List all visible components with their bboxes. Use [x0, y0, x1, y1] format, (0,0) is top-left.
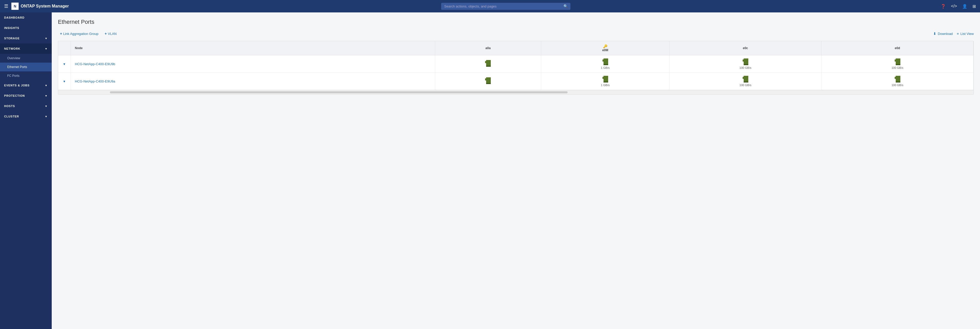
port-icon: 1 GB/s: [601, 59, 610, 69]
svg-rect-3: [603, 59, 608, 64]
chevron-down-icon: ▼: [45, 105, 48, 108]
scrollbar-area[interactable]: [58, 90, 974, 94]
port-icon: 100 GB/s: [892, 76, 904, 87]
expand-cell-2[interactable]: ▼: [58, 73, 71, 90]
port-e0m-1: 1 GB/s: [541, 56, 670, 73]
collapse-icon[interactable]: ▼: [63, 79, 66, 83]
port-square-icon: [743, 59, 748, 65]
node-cell-1: HCG-NetApp-C400-E9U9b: [71, 56, 435, 73]
toolbar: + Link Aggregation Group + VLAN ⬇ Downlo…: [58, 30, 974, 37]
svg-rect-4: [603, 59, 603, 62]
top-nav: ☰ N ONTAP System Manager 🔍 ❓ </> 👤 ⊞: [0, 0, 980, 13]
chevron-down-icon: ▼: [45, 115, 48, 118]
port-square-icon: [485, 77, 491, 84]
svg-rect-5: [603, 64, 608, 65]
sidebar-item-network[interactable]: NETWORK ▼: [0, 43, 52, 54]
svg-rect-21: [896, 76, 900, 81]
port-icon: 1 GB/s: [601, 76, 610, 87]
ethernet-ports-table: Node a0a 🔑 e0M e0c e0d: [58, 41, 974, 95]
sidebar-item-cluster[interactable]: CLUSTER ▼: [0, 111, 52, 122]
sidebar-item-ethernet-ports[interactable]: Ethernet Ports: [0, 63, 52, 72]
svg-rect-13: [485, 78, 486, 80]
chevron-down-icon: ▼: [45, 37, 48, 40]
sidebar-item-protection[interactable]: PROTECTION ▼: [0, 91, 52, 101]
th-expand: [58, 41, 71, 56]
code-icon[interactable]: </>: [951, 4, 957, 8]
menu-icon[interactable]: ☰: [4, 3, 8, 9]
chevron-down-icon: ▼: [45, 47, 48, 50]
port-square-icon: [743, 76, 748, 83]
svg-rect-11: [896, 64, 900, 65]
sidebar-item-insights[interactable]: INSIGHTS: [0, 23, 52, 33]
svg-rect-17: [603, 81, 608, 83]
port-icon: [485, 60, 491, 67]
node-cell-2: HCG-NetApp-C400-E9U9a: [71, 73, 435, 90]
th-node: Node: [71, 41, 435, 56]
port-e0d-2: 100 GB/s: [821, 73, 974, 90]
user-icon[interactable]: 👤: [962, 4, 967, 9]
node-link-2[interactable]: HCG-NetApp-C400-E9U9a: [75, 79, 115, 83]
port-square-icon: [895, 59, 900, 65]
port-square-icon: [603, 59, 608, 65]
svg-rect-20: [744, 81, 748, 83]
port-square-icon: [895, 76, 900, 83]
svg-rect-8: [744, 64, 748, 65]
th-a0a: a0a: [435, 41, 541, 56]
list-icon: ≡: [957, 32, 959, 36]
add-lag-button[interactable]: + Link Aggregation Group: [58, 30, 100, 37]
port-a0a-1: [435, 56, 541, 73]
port-speed: 100 GB/s: [892, 66, 904, 69]
port-a0a-2: [435, 73, 541, 90]
sidebar-item-dashboard[interactable]: DASHBOARD: [0, 13, 52, 23]
port-e0d-1: 100 GB/s: [821, 56, 974, 73]
svg-rect-22: [895, 77, 896, 79]
search-input[interactable]: [441, 3, 570, 10]
expand-cell-1[interactable]: ▼: [58, 56, 71, 73]
port-speed: 100 GB/s: [740, 84, 751, 87]
svg-rect-0: [486, 60, 491, 66]
chevron-down-icon: ▼: [45, 84, 48, 87]
collapse-icon[interactable]: ▼: [63, 62, 66, 66]
sidebar-item-hosts[interactable]: HOSTS ▼: [0, 101, 52, 111]
port-icon: 100 GB/s: [892, 59, 904, 69]
app-title: ONTAP System Manager: [21, 4, 69, 8]
port-icon: 100 GB/s: [740, 76, 751, 87]
sidebar-item-fc-ports[interactable]: FC Ports: [0, 72, 52, 80]
search-icon: 🔍: [563, 4, 568, 8]
add-vlan-button[interactable]: + VLAN: [103, 30, 119, 37]
svg-rect-2: [486, 66, 491, 67]
svg-rect-10: [895, 59, 896, 62]
download-button[interactable]: ⬇ Download: [933, 32, 953, 36]
port-speed: 1 GB/s: [601, 84, 610, 87]
sidebar: DASHBOARD INSIGHTS STORAGE ▼ NETWORK ▼ O…: [0, 13, 52, 329]
port-e0c-2: 100 GB/s: [670, 73, 821, 90]
sidebar-item-overview[interactable]: Overview: [0, 54, 52, 63]
plus-icon: +: [105, 32, 107, 36]
apps-icon[interactable]: ⊞: [972, 4, 976, 9]
port-icon: [485, 77, 491, 84]
logo-box: N: [11, 3, 19, 10]
svg-rect-15: [603, 76, 608, 81]
svg-rect-6: [744, 59, 748, 64]
node-link-1[interactable]: HCG-NetApp-C400-E9U9b: [75, 62, 115, 66]
port-e0m-2: 1 GB/s: [541, 73, 670, 90]
top-nav-icons: ❓ </> 👤 ⊞: [941, 4, 976, 9]
svg-rect-7: [743, 59, 744, 62]
port-e0c-1: 100 GB/s: [670, 56, 821, 73]
chevron-down-icon: ▼: [45, 94, 48, 97]
svg-rect-14: [486, 83, 491, 84]
th-e0m: 🔑 e0M: [541, 41, 670, 56]
list-view-button[interactable]: ≡ List View: [957, 32, 974, 36]
search-bar: 🔍: [441, 3, 570, 10]
sidebar-item-storage[interactable]: STORAGE ▼: [0, 33, 52, 43]
scrollbar-thumb[interactable]: [110, 91, 568, 93]
svg-rect-12: [486, 77, 491, 83]
content-area: Ethernet Ports + Link Aggregation Group …: [52, 13, 980, 329]
help-icon[interactable]: ❓: [941, 4, 946, 9]
th-e0d: e0d: [821, 41, 974, 56]
port-speed: 100 GB/s: [892, 84, 904, 87]
sidebar-item-events-jobs[interactable]: EVENTS & JOBS ▼: [0, 80, 52, 91]
port-square-icon: [603, 76, 608, 83]
table-row: ▼ HCG-NetApp-C400-E9U9b: [58, 56, 974, 73]
main-layout: DASHBOARD INSIGHTS STORAGE ▼ NETWORK ▼ O…: [0, 13, 980, 329]
